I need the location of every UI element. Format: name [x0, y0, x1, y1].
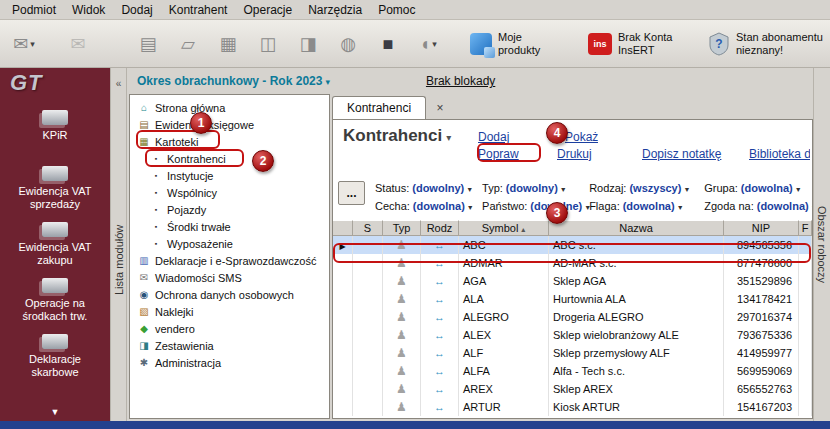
action-link[interactable]: Dodaj [478, 130, 565, 144]
table-row[interactable]: AGA Sklep AGA 351529896 [333, 272, 812, 290]
toolbar-button[interactable]: ✉ [4, 25, 44, 63]
cell-nazwa: Sklep AREX [549, 380, 724, 398]
tree-item[interactable]: ▪ Kontrahenci [130, 150, 329, 167]
toolbar-button[interactable]: ◨ [288, 25, 328, 63]
action-link[interactable]: Biblioteka dokumentów [749, 147, 810, 161]
module-list-strip[interactable]: Lista modułów [110, 68, 127, 421]
module-item[interactable]: KPiR [3, 104, 107, 160]
both-directions-icon [434, 329, 445, 341]
tree-item[interactable]: ▪ Pojazdy [130, 201, 329, 218]
filter-dropdown[interactable]: Zgoda na:(dowolna) [704, 200, 812, 212]
contractor-type-icon [396, 364, 407, 378]
action-link[interactable]: Popraw [478, 147, 557, 161]
both-directions-icon [434, 275, 445, 287]
column-s[interactable]: S [353, 220, 383, 236]
cell-nip: 414959977 [724, 344, 799, 362]
column-nazwa[interactable]: Nazwa [549, 220, 724, 236]
table-row[interactable]: ALEX Sklep wielobranżowy ALE 793675336 [333, 326, 812, 344]
table-row[interactable]: ARTUR Kiosk ARTUR 154167203 [333, 398, 812, 416]
filters-row1: Status:(dowolny) Typ:(dowolny) Rodzaj:(w… [375, 182, 812, 198]
toolbar-buttons: ✉ ✉ ▤ ▱ ▦ ◫ [4, 25, 448, 63]
filter-dropdown[interactable]: Cecha:(dowolna) [375, 200, 479, 212]
toolbar-button[interactable]: ■ [368, 25, 408, 63]
page-title[interactable]: Kontrahenci [343, 126, 451, 146]
gt-logo: GT [0, 68, 110, 100]
tree-item[interactable]: ✉ Wiadomości SMS [130, 269, 329, 286]
tree-item[interactable]: ◉ Ochrona danych osobowych [130, 286, 329, 303]
moje-produkty-button[interactable]: Moje produkty [464, 24, 566, 64]
tree-item[interactable]: ◆ vendero [130, 320, 329, 337]
accounting-period-dropdown[interactable]: Okres obrachunkowy - Rok 2023 [137, 74, 330, 88]
toolbar-button[interactable]: ▤ [128, 25, 168, 63]
more-filters-button[interactable]: ... [338, 181, 365, 205]
table-row[interactable]: AREX Sklep AREX 656552763 [333, 380, 812, 398]
toolbar-button[interactable]: ◖ [408, 25, 448, 63]
tree-item[interactable]: ▤ Ewidencje księgowe [130, 116, 329, 133]
module-item[interactable]: Ewidencja VAT sprzedaży [3, 160, 107, 216]
table-row[interactable]: ABC ABC s.c. 894565356 [333, 236, 812, 254]
workspace-strip[interactable]: Obszar roboczy [813, 68, 830, 421]
filter-dropdown[interactable]: Flaga:(dowolna) [589, 200, 701, 212]
menu-item[interactable]: Dodaj [113, 0, 160, 20]
tree-item[interactable]: ▧ Naklejki [130, 303, 329, 320]
action-link[interactable]: Drukuj [557, 147, 642, 161]
konto-insert-button[interactable]: Brak Konta InsERT [582, 24, 686, 64]
toolbar-button[interactable]: ◍ [328, 25, 368, 63]
menu-item[interactable]: Operacje [235, 0, 300, 20]
table-row[interactable]: ALFA Alfa - Tech s.c. 569959069 [333, 362, 812, 380]
stan-abonamentu-button[interactable]: ? Stan abonamentu nieznany! [702, 24, 830, 64]
filter-label: Status: [375, 182, 409, 194]
tree-item[interactable]: ▪ Wyposażenie [130, 235, 329, 252]
toolbar-icon: ▤ [139, 35, 156, 53]
close-tab-icon[interactable] [432, 100, 448, 116]
menu-item[interactable]: Pomoc [370, 0, 423, 20]
toolbar-button[interactable]: ▱ [168, 25, 208, 63]
filter-dropdown[interactable]: Typ:(dowolny) [482, 182, 586, 194]
cell-s [353, 398, 383, 416]
cell-f [799, 398, 812, 416]
table-row[interactable]: ALA Hurtownia ALA 134178421 [333, 290, 812, 308]
tree-item[interactable]: ✱ Administracja [130, 354, 329, 371]
tree-item[interactable]: ▪ Wspólnicy [130, 184, 329, 201]
blokada-link[interactable]: Brak blokady [426, 74, 495, 88]
action-link[interactable]: Dopisz notatkę [642, 147, 749, 161]
module-item[interactable]: Ewidencja VAT zakupu [3, 216, 107, 272]
module-item[interactable]: Operacje na środkach trw. [3, 272, 107, 328]
action-link[interactable]: Pokaż [565, 130, 598, 144]
tree-item-label: Kontrahenci [167, 153, 226, 165]
cell-typ [383, 290, 421, 308]
column-rodz[interactable]: Rodz [421, 220, 459, 236]
column-f[interactable]: F [799, 220, 812, 236]
column-symbol[interactable]: Symbol [459, 220, 549, 236]
menu-item[interactable]: Podmiot [4, 0, 64, 20]
menu-item[interactable]: Widok [64, 0, 113, 20]
table-row[interactable]: ALF Sklep przemysłowy ALF 414959977 [333, 344, 812, 362]
tree-item[interactable]: ◨ Zestawienia [130, 337, 329, 354]
filter-dropdown[interactable]: Status:(dowolny) [375, 182, 479, 194]
filter-dropdown[interactable]: Rodzaj:(wszyscy) [589, 182, 701, 194]
toolbar-button[interactable]: ▦ [208, 25, 248, 63]
tree-item[interactable]: ▪ Środki trwałe [130, 218, 329, 235]
filter-dropdown[interactable]: Państwo:(dowolne) [482, 200, 586, 212]
module-item[interactable]: Deklaracje skarbowe [3, 328, 107, 384]
tree-item[interactable]: ⌂ Strona główna [130, 99, 329, 116]
tree-item[interactable]: ▥ Deklaracje i e-Sprawozdawczość [130, 252, 329, 269]
tree-item[interactable]: ▦ Kartoteki [130, 133, 329, 150]
table-row[interactable]: ALEGRO Drogeria ALEGRO 297016374 [333, 308, 812, 326]
column-selector[interactable] [333, 220, 353, 236]
table-row[interactable]: ADMAR AD-MAR s.c. 877476600 [333, 254, 812, 272]
collapse-panel-icon[interactable] [111, 68, 126, 98]
menu-item[interactable]: Narzędzia [300, 0, 370, 20]
toolbar-button[interactable]: ◫ [248, 25, 288, 63]
filter-dropdown[interactable]: Grupa:(dowolna) [704, 182, 802, 194]
menu-item[interactable]: Kontrahent [161, 0, 236, 20]
more-modules-button[interactable] [0, 403, 110, 421]
column-typ[interactable]: Typ [383, 220, 421, 236]
tree-item[interactable]: ▪ Instytucje [130, 167, 329, 184]
cell-nip: 134178421 [724, 290, 799, 308]
module-icon [42, 278, 68, 293]
column-nip[interactable]: NIP [724, 220, 799, 236]
toolbar-button[interactable]: ✉ [58, 25, 98, 63]
filter-value: (dowolna) [413, 200, 465, 212]
tab-kontrahenci[interactable]: Kontrahenci [332, 96, 426, 119]
